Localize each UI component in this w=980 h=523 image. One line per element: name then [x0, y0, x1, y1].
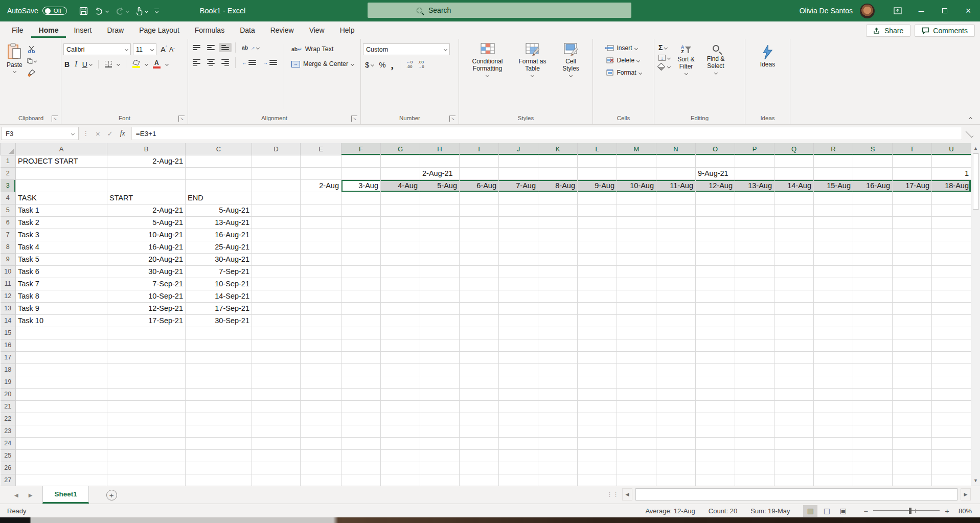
- save-icon[interactable]: [79, 7, 88, 15]
- top-align-button[interactable]: [190, 43, 203, 52]
- cell-G8[interactable]: [381, 241, 420, 253]
- cell-F19[interactable]: [341, 376, 381, 388]
- cell-M6[interactable]: [617, 216, 656, 229]
- cell-I8[interactable]: [460, 241, 499, 253]
- cell-B3[interactable]: [107, 179, 186, 192]
- cell-R10[interactable]: [814, 265, 853, 278]
- cell-H21[interactable]: [420, 400, 460, 413]
- scroll-left-icon[interactable]: ◀: [622, 488, 632, 501]
- row-header-3[interactable]: 3: [1, 179, 16, 192]
- cell-U21[interactable]: [932, 400, 971, 413]
- cell-E17[interactable]: [301, 351, 341, 363]
- cell-J11[interactable]: [499, 278, 538, 290]
- cell-B14[interactable]: 17-Sep-21: [107, 314, 186, 327]
- cell-L11[interactable]: [578, 278, 617, 290]
- cell-P4[interactable]: [735, 192, 774, 204]
- cell-Q5[interactable]: [774, 204, 814, 216]
- cell-O20[interactable]: [696, 388, 735, 400]
- cell-M8[interactable]: [617, 241, 656, 253]
- cell-N22[interactable]: [656, 413, 696, 425]
- cell-E14[interactable]: [301, 314, 341, 327]
- increase-decimal-button[interactable]: ←0.00: [406, 60, 413, 70]
- cell-C22[interactable]: [186, 413, 252, 425]
- cell-A4[interactable]: TASK: [16, 192, 107, 204]
- orientation-button[interactable]: ab→: [239, 42, 262, 53]
- cell-F23[interactable]: [341, 425, 381, 437]
- cell-P13[interactable]: [735, 302, 774, 314]
- cell-L7[interactable]: [578, 229, 617, 241]
- cell-B20[interactable]: [107, 388, 186, 400]
- cell-N9[interactable]: [656, 253, 696, 265]
- font-dialog-launcher[interactable]: ↘: [178, 116, 185, 122]
- cell-U25[interactable]: [932, 449, 971, 462]
- cell-B2[interactable]: [107, 167, 186, 179]
- cell-K10[interactable]: [538, 265, 578, 278]
- column-header-K[interactable]: K: [538, 143, 578, 155]
- tab-page-layout[interactable]: Page Layout: [131, 23, 187, 38]
- cell-A3[interactable]: [16, 179, 107, 192]
- cell-P27[interactable]: [735, 474, 774, 486]
- cell-B21[interactable]: [107, 400, 186, 413]
- delete-cells-button[interactable]: Delete: [603, 56, 644, 65]
- vertical-scrollbar[interactable]: ▲ ▼: [971, 143, 980, 486]
- cell-R5[interactable]: [814, 204, 853, 216]
- cell-L1[interactable]: [578, 155, 617, 167]
- cell-L6[interactable]: [578, 216, 617, 229]
- cell-D20[interactable]: [252, 388, 301, 400]
- cell-P18[interactable]: [735, 363, 774, 376]
- cell-S12[interactable]: [853, 290, 893, 302]
- cell-L16[interactable]: [578, 339, 617, 351]
- cell-F5[interactable]: [341, 204, 381, 216]
- cell-O2[interactable]: 9-Aug-21: [696, 167, 735, 179]
- cell-L14[interactable]: [578, 314, 617, 327]
- cell-F12[interactable]: [341, 290, 381, 302]
- cell-C1[interactable]: [186, 155, 252, 167]
- tab-draw[interactable]: Draw: [99, 23, 131, 38]
- wrap-text-button[interactable]: ab↵ Wrap Text: [288, 44, 357, 54]
- cancel-icon[interactable]: ×: [96, 129, 100, 138]
- cell-U16[interactable]: [932, 339, 971, 351]
- cell-N17[interactable]: [656, 351, 696, 363]
- cell-K7[interactable]: [538, 229, 578, 241]
- cell-T16[interactable]: [893, 339, 932, 351]
- cell-D5[interactable]: [252, 204, 301, 216]
- bold-button[interactable]: B: [64, 60, 70, 69]
- cell-M24[interactable]: [617, 437, 656, 449]
- cell-I2[interactable]: [460, 167, 499, 179]
- cell-N15[interactable]: [656, 327, 696, 339]
- cell-E22[interactable]: [301, 413, 341, 425]
- cell-Q15[interactable]: [774, 327, 814, 339]
- cell-C14[interactable]: 30-Sep-21: [186, 314, 252, 327]
- row-header-15[interactable]: 15: [1, 327, 16, 339]
- column-header-O[interactable]: O: [696, 143, 735, 155]
- cell-P10[interactable]: [735, 265, 774, 278]
- cell-D12[interactable]: [252, 290, 301, 302]
- cell-C24[interactable]: [186, 437, 252, 449]
- cell-K8[interactable]: [538, 241, 578, 253]
- align-right-button[interactable]: [219, 57, 232, 68]
- cell-A5[interactable]: Task 1: [16, 204, 107, 216]
- cell-B6[interactable]: 5-Aug-21: [107, 216, 186, 229]
- cell-D19[interactable]: [252, 376, 301, 388]
- cell-A20[interactable]: [16, 388, 107, 400]
- cell-Q1[interactable]: [774, 155, 814, 167]
- cell-N1[interactable]: [656, 155, 696, 167]
- row-header-16[interactable]: 16: [1, 339, 16, 351]
- autosave-toggle[interactable]: AutoSave Off: [7, 7, 67, 15]
- cell-T27[interactable]: [893, 474, 932, 486]
- cell-R15[interactable]: [814, 327, 853, 339]
- cell-T13[interactable]: [893, 302, 932, 314]
- cell-D2[interactable]: [252, 167, 301, 179]
- cell-N6[interactable]: [656, 216, 696, 229]
- cell-E21[interactable]: [301, 400, 341, 413]
- cell-N24[interactable]: [656, 437, 696, 449]
- cell-P26[interactable]: [735, 462, 774, 474]
- row-header-9[interactable]: 9: [1, 253, 16, 265]
- cell-U18[interactable]: [932, 363, 971, 376]
- cell-B12[interactable]: 10-Sep-21: [107, 290, 186, 302]
- cell-P7[interactable]: [735, 229, 774, 241]
- cell-B5[interactable]: 2-Aug-21: [107, 204, 186, 216]
- cell-R12[interactable]: [814, 290, 853, 302]
- cell-I3[interactable]: 6-Aug: [460, 179, 499, 192]
- enter-icon[interactable]: ✓: [107, 130, 113, 138]
